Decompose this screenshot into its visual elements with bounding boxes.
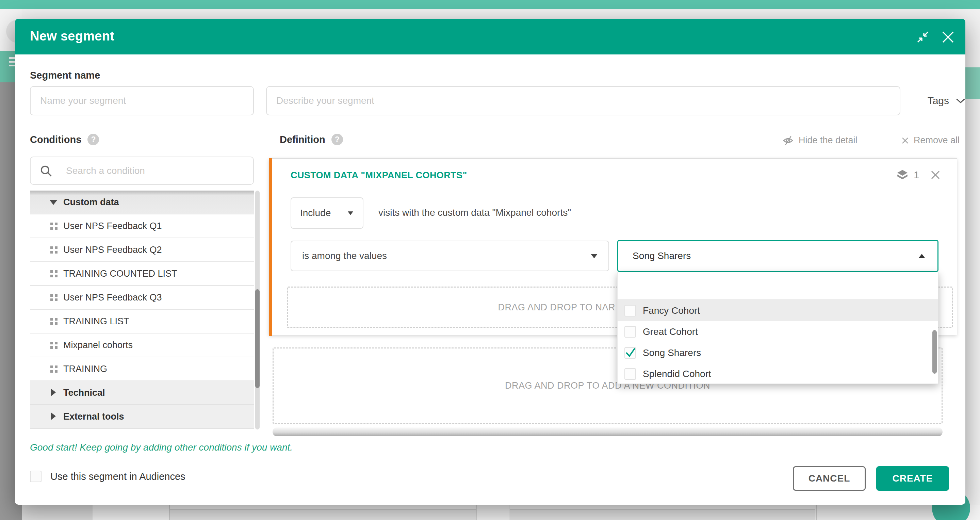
drag-handle-icon[interactable] bbox=[50, 342, 58, 349]
background-app-topbar bbox=[0, 0, 980, 9]
background-panel-header bbox=[510, 509, 815, 520]
checkbox-checked[interactable] bbox=[624, 347, 636, 359]
hide-detail-button[interactable]: Hide the detail bbox=[782, 135, 858, 146]
caret-up-icon bbox=[918, 254, 925, 258]
condition-item[interactable]: TRAINING bbox=[30, 357, 254, 381]
tags-dropdown[interactable]: Tags bbox=[910, 86, 966, 115]
condition-card-title: CUSTOM DATA "MIXPANEL COHORTS" bbox=[291, 170, 467, 181]
condition-group-external-tools[interactable]: External tools bbox=[30, 405, 254, 429]
divider bbox=[169, 505, 170, 520]
close-icon[interactable] bbox=[941, 30, 955, 44]
condition-item[interactable]: User NPS Feedback Q2 bbox=[30, 238, 254, 262]
close-icon bbox=[901, 137, 909, 144]
condition-group-technical[interactable]: Technical bbox=[30, 381, 254, 405]
help-icon[interactable]: ? bbox=[331, 134, 343, 145]
include-dropdown[interactable]: Include bbox=[291, 197, 363, 229]
condition-item[interactable]: User NPS Feedback Q3 bbox=[30, 286, 254, 310]
conditions-scrollbar-thumb[interactable] bbox=[255, 289, 259, 388]
remove-all-button[interactable]: Remove all bbox=[901, 135, 959, 146]
operator-dropdown[interactable]: is among the values bbox=[291, 241, 609, 271]
checkbox-unchecked[interactable] bbox=[624, 326, 636, 337]
eye-slash-icon bbox=[782, 135, 794, 146]
value-dropdown-panel: Fancy Cohort Great Cohort Song Sharers bbox=[617, 272, 939, 384]
narrow-drop-hint: DRAG AND DROP TO NAR bbox=[287, 286, 615, 328]
checkbox-unchecked[interactable] bbox=[30, 471, 41, 482]
audiences-checkbox-row[interactable]: Use this segment in Audiences bbox=[30, 471, 185, 482]
condition-search-input[interactable] bbox=[30, 157, 253, 184]
background-page bbox=[22, 505, 980, 520]
panel-scrollbar-thumb[interactable] bbox=[932, 330, 937, 374]
condition-group-custom-data[interactable]: Custom data bbox=[30, 191, 254, 215]
drag-handle-icon[interactable] bbox=[50, 270, 58, 278]
value-search-input[interactable] bbox=[617, 272, 938, 299]
dialog-title: New segment bbox=[30, 29, 115, 44]
collapse-icon[interactable] bbox=[916, 30, 930, 44]
conditions-list: Custom data User NPS Feedback Q1 User NP… bbox=[30, 191, 254, 429]
value-option[interactable]: Song Sharers bbox=[617, 342, 938, 363]
condition-item[interactable]: User NPS Feedback Q1 bbox=[30, 215, 254, 238]
drag-handle-icon[interactable] bbox=[50, 246, 58, 254]
value-dropdown[interactable]: Song Sharers bbox=[617, 240, 939, 272]
background-page-column bbox=[22, 505, 92, 520]
background-nav-band-right bbox=[965, 67, 980, 99]
progress-hint: Good start! Keep going by adding other c… bbox=[30, 442, 293, 453]
segment-description-input[interactable] bbox=[266, 86, 900, 115]
condition-card-accent bbox=[269, 158, 272, 336]
triangle-right-icon bbox=[51, 412, 56, 420]
value-option[interactable]: Fancy Cohort bbox=[617, 300, 938, 321]
value-option[interactable]: Great Cohort bbox=[617, 321, 938, 342]
conditions-label: Conditions bbox=[30, 134, 81, 145]
tags-label: Tags bbox=[928, 95, 949, 107]
menu-icon bbox=[9, 57, 16, 68]
create-button[interactable]: CREATE bbox=[876, 466, 949, 491]
caret-down-icon bbox=[348, 211, 353, 215]
background-panel-header bbox=[170, 509, 476, 520]
dialog-header bbox=[15, 19, 966, 54]
drag-handle-icon[interactable] bbox=[50, 366, 58, 373]
condition-sentence: visits with the custom data "Mixpanel co… bbox=[379, 207, 571, 218]
divider bbox=[476, 505, 477, 520]
cancel-button[interactable]: CANCEL bbox=[793, 466, 865, 491]
condition-close-icon[interactable] bbox=[930, 169, 941, 182]
divider bbox=[816, 505, 817, 520]
drag-handle-icon[interactable] bbox=[50, 318, 58, 325]
condition-item[interactable]: TRAINING LIST bbox=[30, 310, 254, 334]
condition-item[interactable]: TRAINING COUNTED LIST bbox=[30, 262, 254, 286]
drag-handle-icon[interactable] bbox=[50, 294, 58, 302]
segment-name-label: Segment name bbox=[30, 70, 100, 81]
checkmark-icon bbox=[625, 347, 636, 358]
drag-handle-icon[interactable] bbox=[50, 223, 58, 230]
audiences-label: Use this segment in Audiences bbox=[50, 471, 185, 482]
condition-item[interactable]: Mixpanel cohorts bbox=[30, 334, 254, 357]
caret-down-icon bbox=[591, 254, 598, 258]
checkbox-unchecked[interactable] bbox=[624, 368, 636, 380]
chevron-down-icon bbox=[956, 98, 966, 104]
definition-label: Definition bbox=[280, 134, 325, 145]
screen: New segment Segment name Tags bbox=[0, 0, 980, 520]
triangle-down-icon bbox=[50, 200, 57, 205]
triangle-right-icon bbox=[51, 389, 56, 396]
help-icon[interactable]: ? bbox=[88, 134, 99, 145]
divider bbox=[509, 505, 509, 520]
value-dropdown-selected: Song Sharers bbox=[633, 250, 691, 261]
value-option[interactable]: Splendid Cohort bbox=[617, 363, 938, 384]
checkbox-unchecked[interactable] bbox=[624, 305, 636, 316]
layer-count: 1 bbox=[914, 169, 920, 181]
condition-search bbox=[30, 157, 254, 185]
segment-name-input[interactable] bbox=[30, 86, 254, 115]
layers-icon bbox=[897, 169, 908, 181]
new-segment-dialog: New segment Segment name Tags bbox=[15, 19, 966, 505]
horizontal-scrollbar[interactable] bbox=[272, 428, 943, 436]
